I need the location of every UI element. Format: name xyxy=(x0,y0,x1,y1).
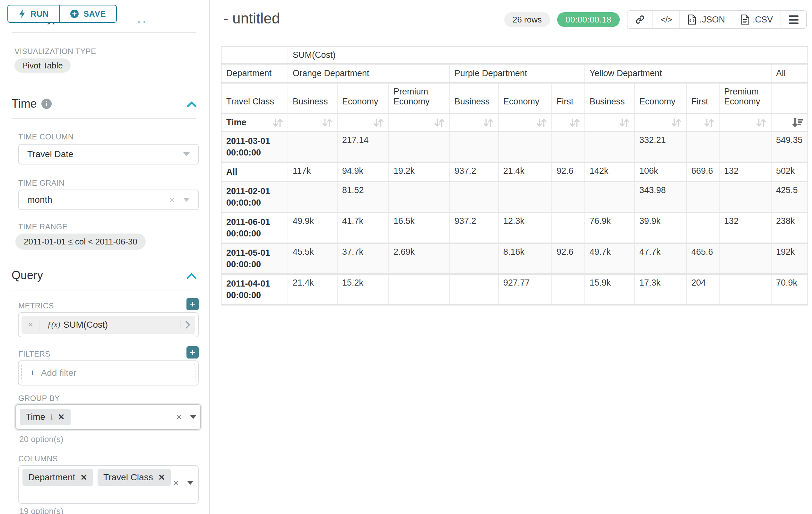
sort-arrows-icon[interactable] xyxy=(322,118,332,128)
sort-header-cell[interactable] xyxy=(552,114,585,131)
sort-arrows-icon[interactable] xyxy=(671,118,682,128)
pivot-value-cell: 8.16k xyxy=(498,243,552,274)
travel-class-axis-label: Travel Class xyxy=(222,83,288,114)
embed-code-button[interactable]: </> xyxy=(652,11,680,28)
function-icon: ƒ(x) xyxy=(47,320,60,329)
chevron-up-icon[interactable] xyxy=(187,273,196,279)
sort-header-cell[interactable] xyxy=(719,114,771,131)
sort-header-cell[interactable] xyxy=(687,114,719,131)
chevron-down-icon xyxy=(183,198,190,202)
export-json-button[interactable]: .JSON xyxy=(679,11,733,28)
chevron-right-icon[interactable] xyxy=(180,321,195,329)
sort-header-cell[interactable] xyxy=(585,114,635,131)
travel-class-header: Business xyxy=(288,83,337,114)
add-filter-label: Add filter xyxy=(41,368,77,378)
sort-header-cell[interactable] xyxy=(337,114,389,131)
department-axis-label: Department xyxy=(222,64,288,83)
pivot-value-cell xyxy=(450,182,498,212)
pivot-value-cell: 106k xyxy=(635,162,687,182)
sort-arrows-icon[interactable] xyxy=(619,118,630,128)
pivot-value-cell: 16.5k xyxy=(389,212,450,243)
pivot-value-cell: 192k xyxy=(771,243,808,274)
pivot-value-cell xyxy=(552,212,585,243)
info-icon[interactable]: i xyxy=(41,99,52,109)
pivot-value-cell: 465.6 xyxy=(687,243,719,274)
pivot-value-cell: 937.2 xyxy=(450,212,498,243)
copy-link-button[interactable] xyxy=(628,11,652,28)
add-filter-button[interactable]: + Add filter xyxy=(21,364,196,382)
sort-header-cell[interactable] xyxy=(498,114,552,131)
time-column-label: TIME COLUMN xyxy=(18,132,74,141)
clear-icon[interactable]: × xyxy=(176,412,182,422)
sort-arrows-icon[interactable] xyxy=(536,118,547,128)
save-button[interactable]: SAVE xyxy=(59,5,117,23)
pivot-table: SUM(Cost)DepartmentOrange DepartmentPurp… xyxy=(221,46,808,305)
columns-chip-department[interactable]: Department ✕ xyxy=(23,469,93,486)
sort-arrows-icon[interactable] xyxy=(373,118,384,128)
chevron-up-icon[interactable] xyxy=(187,102,196,107)
pivot-value-cell: 92.6 xyxy=(552,162,585,182)
remove-chip-icon[interactable]: ✕ xyxy=(80,472,87,483)
time-column-select[interactable]: Travel Date xyxy=(18,144,199,164)
metric-name: SUM(Cost) xyxy=(63,320,108,330)
sort-arrows-icon[interactable] xyxy=(434,118,445,128)
chevron-down-icon xyxy=(187,481,194,485)
pivot-value-cell xyxy=(498,182,552,212)
sort-header-cell[interactable] xyxy=(771,114,808,131)
sort-desc-icon[interactable] xyxy=(792,118,803,128)
clear-icon[interactable]: × xyxy=(173,478,179,488)
pivot-value-cell: 142k xyxy=(585,162,635,182)
columns-chip-travel-class[interactable]: Travel Class ✕ xyxy=(97,469,171,486)
pivot-value-cell xyxy=(389,182,450,212)
superset-explore-view: Chart Type RUN SAVE VISUALIZATION TYPE P… xyxy=(0,0,812,514)
remove-chip-icon[interactable]: ✕ xyxy=(158,472,165,483)
time-grain-select[interactable]: month × xyxy=(18,190,199,210)
time-range-label: TIME RANGE xyxy=(18,222,67,231)
metric-item[interactable]: × ƒ(x) SUM(Cost) xyxy=(22,316,195,334)
add-metric-button[interactable]: + xyxy=(186,298,199,310)
chart-panel: - untitled 26 rows 00:00:00.18 </> xyxy=(210,0,812,514)
sort-arrows-icon[interactable] xyxy=(756,118,766,128)
pivot-value-cell xyxy=(687,182,719,212)
pivot-value-cell: 15.9k xyxy=(585,274,635,305)
travel-class-header: Business xyxy=(450,83,498,114)
add-filter-plus-button[interactable]: + xyxy=(186,346,199,358)
metrics-container: × ƒ(x) SUM(Cost) xyxy=(18,312,199,337)
plus-icon: + xyxy=(30,368,35,378)
sort-header-cell[interactable] xyxy=(288,114,337,131)
sort-arrows-icon[interactable] xyxy=(704,118,715,128)
group-by-select[interactable]: Time i ✕ × xyxy=(16,404,201,430)
chart-title[interactable]: - untitled xyxy=(223,10,280,27)
pivot-value-cell xyxy=(719,182,771,212)
group-by-chip-time[interactable]: Time i ✕ xyxy=(20,409,70,425)
visualization-type-label: VISUALIZATION TYPE xyxy=(14,47,96,56)
panel-resize-handle[interactable] xyxy=(138,21,145,23)
sort-arrows-icon[interactable] xyxy=(483,118,494,128)
pivot-value-cell: 927.77 xyxy=(498,274,552,305)
pivot-value-cell: 21.4k xyxy=(288,274,337,305)
columns-select[interactable]: Department ✕ Travel Class ✕ × xyxy=(18,465,199,504)
visualization-type-chip[interactable]: Pivot Table xyxy=(14,58,70,73)
time-section-title: Time xyxy=(11,97,37,110)
clear-icon[interactable]: × xyxy=(169,195,175,205)
pivot-row-header: 2011-03-01 00:00:00 xyxy=(222,131,288,162)
more-options-button[interactable] xyxy=(781,11,806,28)
pivot-row-header: 2011-05-01 00:00:00 xyxy=(222,243,288,274)
run-button[interactable]: RUN xyxy=(7,5,59,23)
sort-arrows-icon[interactable] xyxy=(272,118,283,128)
pivot-value-cell xyxy=(552,182,585,212)
sort-arrows-icon[interactable] xyxy=(569,118,580,128)
info-icon[interactable]: i xyxy=(50,413,53,422)
remove-chip-icon[interactable]: ✕ xyxy=(58,412,65,422)
pivot-value-cell: 41.7k xyxy=(337,212,389,243)
sort-header-cell[interactable] xyxy=(389,114,450,131)
export-csv-button[interactable]: .CSV xyxy=(733,11,781,28)
pivot-value-cell: 17.3k xyxy=(635,274,687,305)
sort-header-cell[interactable] xyxy=(450,114,498,131)
pivot-value-cell: 937.2 xyxy=(450,162,498,182)
remove-metric-icon[interactable]: × xyxy=(22,320,40,330)
time-axis-label: Time xyxy=(226,117,246,128)
time-range-chip[interactable]: 2011-01-01 ≤ col < 2011-06-30 xyxy=(16,234,146,250)
pivot-value-cell: 15.2k xyxy=(337,274,389,305)
sort-header-cell[interactable] xyxy=(635,114,687,131)
